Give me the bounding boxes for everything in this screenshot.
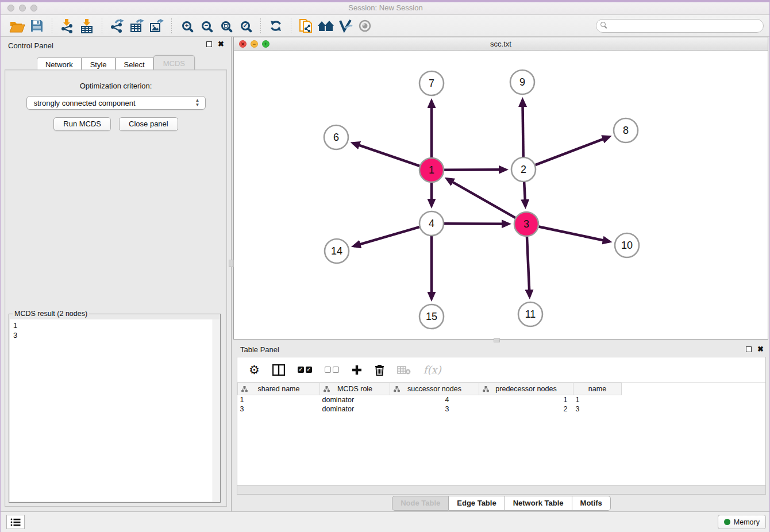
main-toolbar: + − ✓ xyxy=(1,15,770,37)
refresh-icon xyxy=(269,19,283,33)
graph-edge-3-10[interactable] xyxy=(539,227,610,242)
column-header-shared-name[interactable]: shared name xyxy=(238,383,320,395)
column-header-mcds-role[interactable]: MCDS role xyxy=(320,383,390,395)
column-header-successor-nodes[interactable]: successor nodes xyxy=(390,383,479,395)
table-settings-button[interactable]: ⚙ xyxy=(249,364,260,376)
clone-network-button[interactable] xyxy=(297,17,316,34)
tab-motifs[interactable]: Motifs xyxy=(572,496,611,511)
memory-status-icon xyxy=(724,519,730,525)
import-network-icon xyxy=(60,18,75,33)
columns-icon xyxy=(272,364,285,376)
graph-edge-2-8[interactable] xyxy=(536,137,609,165)
export-image-button[interactable] xyxy=(147,17,166,34)
add-column-button[interactable] xyxy=(352,365,362,375)
function-builder-button[interactable]: f(x) xyxy=(424,364,441,376)
horizontal-splitter-handle[interactable] xyxy=(494,338,500,342)
close-table-panel-icon[interactable]: ✖ xyxy=(757,346,764,352)
float-table-panel-icon[interactable] xyxy=(746,346,752,352)
network-window-titlebar[interactable]: ✕ − + scc.txt xyxy=(234,37,768,51)
import-table-icon xyxy=(79,18,94,33)
checked-box-icon: ✓ xyxy=(306,367,312,373)
table-row[interactable]: 3 dominator 3 2 3 xyxy=(238,404,622,414)
toolbar-separator xyxy=(171,18,172,33)
window-accent-strip xyxy=(1,0,770,2)
table-panel-title: Table Panel xyxy=(240,345,279,354)
zoom-out-button[interactable]: − xyxy=(197,17,216,34)
node-table-container: ⚙ ✓ ✓ xyxy=(237,357,766,485)
graph-edge-1-2[interactable] xyxy=(444,169,506,170)
table-row[interactable]: 1 dominator 4 1 1 xyxy=(238,395,622,404)
mcds-result-group: MCDS result (2 nodes) 1 3 xyxy=(9,314,221,503)
hierarchy-icon xyxy=(394,386,400,392)
node-table[interactable]: shared name MCDS role successor nodes pr… xyxy=(237,383,622,414)
memory-button[interactable]: Memory xyxy=(718,515,766,529)
close-panel-icon[interactable]: ✖ xyxy=(218,41,224,47)
tab-edge-table[interactable]: Edge Table xyxy=(449,496,505,511)
export-table-button[interactable] xyxy=(127,17,147,34)
result-scrollbar[interactable] xyxy=(213,319,220,502)
zoom-in-icon: + xyxy=(182,21,191,30)
delete-table-icon xyxy=(397,365,411,375)
network-canvas[interactable]: 7968124314101511 xyxy=(234,51,768,339)
column-header-name[interactable]: name xyxy=(573,383,622,395)
refresh-button[interactable] xyxy=(266,17,286,34)
column-header-predecessor-nodes[interactable]: predecessor nodes xyxy=(479,383,573,395)
zoom-in-button[interactable]: + xyxy=(177,17,197,34)
show-panels-button[interactable] xyxy=(6,515,25,529)
mcds-result-title: MCDS result (2 nodes) xyxy=(13,310,89,318)
fx-icon: f(x) xyxy=(424,364,441,376)
float-panel-icon[interactable] xyxy=(206,41,212,47)
application-window: Session: New Session xyxy=(0,0,770,532)
import-table-button[interactable] xyxy=(77,17,97,34)
table-panel-tabs: Node Table Edge Table Network Table Moti… xyxy=(232,496,770,511)
window-title: Session: New Session xyxy=(1,3,770,12)
column-layout-button[interactable] xyxy=(272,364,285,376)
home-button[interactable] xyxy=(316,17,336,34)
select-all-button[interactable]: ✓ ✓ xyxy=(298,367,312,373)
criterion-select[interactable]: strongly connected component ▲▼ xyxy=(26,96,206,110)
table-horizontal-scrollbar[interactable] xyxy=(237,485,766,495)
home-icon xyxy=(317,19,334,33)
delete-column-button[interactable] xyxy=(375,364,384,376)
checked-box-icon: ✓ xyxy=(298,367,304,373)
graph-edge-2-9[interactable] xyxy=(522,100,523,157)
graph-edge-4-3[interactable] xyxy=(444,223,509,224)
vertical-splitter-handle[interactable] xyxy=(229,260,234,267)
graph-edge-1-6[interactable] xyxy=(353,143,419,166)
unselect-all-button[interactable] xyxy=(325,367,339,373)
control-panel-header: Control Panel ✖ xyxy=(1,37,231,54)
graph-edge-4-14[interactable] xyxy=(354,227,419,246)
save-session-button[interactable] xyxy=(27,17,47,34)
gear-icon: ⚙ xyxy=(249,364,260,376)
export-network-button[interactable] xyxy=(107,17,127,34)
show-style-button[interactable] xyxy=(336,17,355,34)
export-table-icon xyxy=(129,18,144,33)
graph-edge-3-1[interactable] xyxy=(447,179,515,218)
search-input[interactable] xyxy=(596,19,764,33)
tab-network-table[interactable]: Network Table xyxy=(505,496,572,511)
mcds-result-list[interactable]: 1 3 xyxy=(10,319,220,502)
graph-edge-2-3[interactable] xyxy=(524,182,525,206)
delete-table-button[interactable] xyxy=(397,365,411,375)
import-network-button[interactable] xyxy=(57,17,77,34)
open-session-button[interactable] xyxy=(7,17,27,34)
export-network-icon xyxy=(110,18,125,33)
graph-node-label-3: 3 xyxy=(523,218,529,230)
zoom-selected-icon: ✓ xyxy=(241,21,250,30)
graph-node-label-1: 1 xyxy=(429,164,434,176)
hide-graphics-details-button[interactable] xyxy=(355,17,375,34)
open-folder-icon xyxy=(9,18,25,33)
run-mcds-button[interactable]: Run MCDS xyxy=(53,117,111,131)
network-graph[interactable]: 7968124314101511 xyxy=(234,51,768,339)
search-field-wrap xyxy=(596,19,764,33)
control-panel-title: Control Panel xyxy=(8,41,53,50)
eye-icon xyxy=(357,20,372,32)
export-image-icon xyxy=(149,18,164,33)
table-panel: Table Panel ✖ ⚙ ✓ ✓ xyxy=(232,342,770,511)
zoom-selected-button[interactable]: ✓ xyxy=(236,17,255,34)
tab-node-table[interactable]: Node Table xyxy=(392,496,449,511)
zoom-fit-button[interactable] xyxy=(216,17,236,34)
mcds-tab-panel: Optimization criterion: strongly connect… xyxy=(5,70,227,507)
graph-edge-3-11[interactable] xyxy=(527,237,530,296)
close-panel-button[interactable]: Close panel xyxy=(119,117,178,131)
